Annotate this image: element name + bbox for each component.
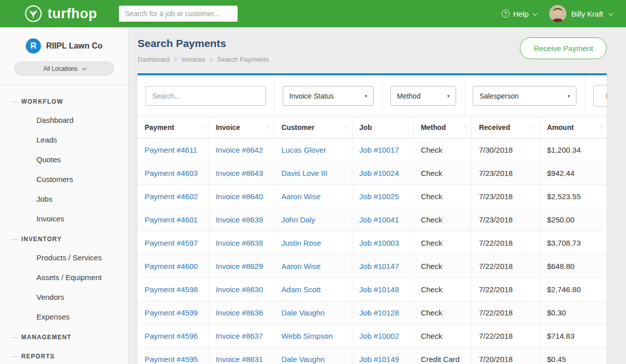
job-link[interactable]: Job #10017 xyxy=(360,146,399,154)
breadcrumb-link[interactable]: Invoices xyxy=(182,56,206,63)
sort-icon[interactable]: ↑↓ xyxy=(266,125,270,130)
method-cell: Check xyxy=(414,255,472,278)
caret-down-icon: ▾ xyxy=(365,94,367,99)
sidebar-item-dashboard[interactable]: Dashboard xyxy=(0,110,128,130)
amount-cell: $942.44 xyxy=(540,162,607,185)
sidebar-item-jobs[interactable]: Jobs xyxy=(0,189,128,209)
sort-icon[interactable]: ↑↓ xyxy=(344,125,348,130)
caret-down-icon: ▾ xyxy=(447,94,450,99)
method-select[interactable]: Method ▾ xyxy=(390,86,456,106)
breadcrumb-link[interactable]: Dashboard xyxy=(138,56,170,63)
brand-logo[interactable]: turfhop xyxy=(24,5,97,23)
payment-link[interactable]: Payment #4603 xyxy=(145,169,198,177)
sidebar-item-products-services[interactable]: Products / Services xyxy=(0,248,128,267)
job-link[interactable]: Job #10128 xyxy=(360,308,399,317)
customer-link[interactable]: Webb Simpson xyxy=(282,332,333,340)
job-cell: Job #10002 xyxy=(352,325,414,348)
payment-link[interactable]: Payment #4595 xyxy=(145,355,198,363)
table-row: Payment #4611Invoice #8642Lucas GloverJo… xyxy=(138,139,607,162)
payment-link[interactable]: Payment #4598 xyxy=(145,285,198,294)
job-link[interactable]: Job #10148 xyxy=(360,285,399,294)
customer-link[interactable]: Adam Scott xyxy=(282,285,321,294)
customer-link[interactable]: Lucas Glover xyxy=(282,146,326,154)
sidebar-item-invoices[interactable]: Invoices xyxy=(0,209,128,229)
global-search-input[interactable] xyxy=(118,5,238,22)
payment-cell: Payment #4598 xyxy=(138,278,208,301)
sidebar-item-leads[interactable]: Leads xyxy=(0,130,128,150)
nav-section: WORKFLOWDashboardLeadsQuotesCustomersJob… xyxy=(0,94,128,229)
sidebar-item-expenses[interactable]: Expenses xyxy=(0,307,128,327)
customer-link[interactable]: Davis Love III xyxy=(282,169,328,177)
invoice-status-select[interactable]: Invoice Status ▾ xyxy=(283,86,374,106)
job-link[interactable]: Job #10147 xyxy=(360,262,399,270)
column-header-job[interactable]: Job↑↓ xyxy=(352,117,414,139)
job-link[interactable]: Job #10149 xyxy=(360,355,399,363)
customer-link[interactable]: Justin Rose xyxy=(282,239,321,247)
payment-link[interactable]: Payment #4596 xyxy=(145,332,198,340)
payment-link[interactable]: Payment #4599 xyxy=(145,308,198,317)
sidebar-item-vendors[interactable]: Vendors xyxy=(0,287,128,307)
payment-cell: Payment #4603 xyxy=(138,162,208,185)
invoice-link[interactable]: Invoice #8639 xyxy=(216,215,263,224)
received-cell: 7/22/2018 xyxy=(472,301,540,325)
job-link[interactable]: Job #10002 xyxy=(360,332,399,340)
customer-link[interactable]: Dale Vaughn xyxy=(282,355,325,363)
column-header-received[interactable]: Received↑↓ xyxy=(472,117,540,139)
receive-payment-button[interactable]: Receive Payment xyxy=(520,37,607,59)
customer-cell: Davis Love III xyxy=(274,162,352,185)
customer-link[interactable]: Dale Vaughn xyxy=(282,308,325,317)
help-menu[interactable]: ? Help xyxy=(502,10,536,18)
table-search-input[interactable] xyxy=(146,86,266,106)
job-link[interactable]: Job #10003 xyxy=(360,239,399,247)
invoice-link[interactable]: Invoice #8640 xyxy=(216,192,263,201)
sidebar-item-quotes[interactable]: Quotes xyxy=(0,150,128,169)
invoice-link[interactable]: Invoice #8629 xyxy=(216,262,263,270)
job-cell: Job #10017 xyxy=(352,139,414,162)
method-cell: Credit Card xyxy=(414,348,472,364)
sort-icon[interactable]: ↑↓ xyxy=(201,125,204,130)
invoice-link[interactable]: Invoice #8643 xyxy=(216,169,263,177)
received-cell: 7/22/2018 xyxy=(472,255,540,278)
invoice-link[interactable]: Invoice #8636 xyxy=(216,308,263,317)
invoice-link[interactable]: Invoice #8642 xyxy=(216,146,263,154)
tree-dash-icon xyxy=(11,356,18,357)
sort-icon[interactable]: ↑↓ xyxy=(406,125,409,130)
payments-card: Invoice Status ▾ Method ▾ Salesperson ▾ xyxy=(138,73,607,364)
job-link[interactable]: Job #10025 xyxy=(360,192,399,201)
table-body: Payment #4611Invoice #8642Lucas GloverJo… xyxy=(138,139,607,364)
payment-link[interactable]: Payment #4611 xyxy=(145,146,197,154)
payment-link[interactable]: Payment #4597 xyxy=(145,239,198,247)
column-header-invoice[interactable]: Invoice↑↓ xyxy=(208,117,274,139)
invoice-link[interactable]: Invoice #8630 xyxy=(216,285,263,294)
method-cell: Check xyxy=(414,232,472,255)
invoice-link[interactable]: Invoice #8637 xyxy=(216,332,263,340)
customer-link[interactable]: Aaron Wise xyxy=(282,262,321,270)
column-header-customer[interactable]: Customer↑↓ xyxy=(274,117,352,139)
nav-section: MANAGEMENT xyxy=(0,330,128,346)
sort-icon[interactable]: ↑↓ xyxy=(532,125,535,130)
payment-link[interactable]: Payment #4600 xyxy=(145,262,198,270)
user-menu[interactable]: Billy Kraft xyxy=(549,5,612,22)
sort-icon[interactable]: ↑↓ xyxy=(464,125,467,130)
received-cell: 7/23/2018 xyxy=(472,185,540,208)
customer-link[interactable]: John Daly xyxy=(282,215,316,224)
column-header-payment[interactable]: Payment↑↓ xyxy=(138,117,208,139)
invoice-link[interactable]: Invoice #8638 xyxy=(216,239,263,247)
customer-link[interactable]: Aaron Wise xyxy=(282,192,321,201)
job-link[interactable]: Job #10024 xyxy=(360,169,399,177)
filter-button[interactable]: Filter xyxy=(593,85,607,107)
payment-link[interactable]: Payment #4601 xyxy=(145,215,198,224)
invoice-link[interactable]: Invoice #8631 xyxy=(216,355,263,363)
salesperson-select[interactable]: Salesperson ▾ xyxy=(473,86,576,106)
payment-cell: Payment #4611 xyxy=(138,139,208,162)
job-link[interactable]: Job #10041 xyxy=(360,215,399,224)
column-header-method[interactable]: Method↑↓ xyxy=(414,117,472,139)
sidebar-item-customers[interactable]: Customers xyxy=(0,169,128,189)
sort-icon[interactable]: ↑↓ xyxy=(599,125,603,130)
sidebar-item-assets-equipment[interactable]: Assets / Equipment xyxy=(0,267,128,287)
payment-link[interactable]: Payment #4602 xyxy=(145,192,198,201)
nav-section: REPORTS xyxy=(0,349,128,364)
location-selector[interactable]: All Locations xyxy=(15,62,114,75)
column-header-amount[interactable]: Amount↑↓ xyxy=(540,117,607,139)
table-row: Payment #4598Invoice #8630Adam ScottJob … xyxy=(138,278,607,301)
